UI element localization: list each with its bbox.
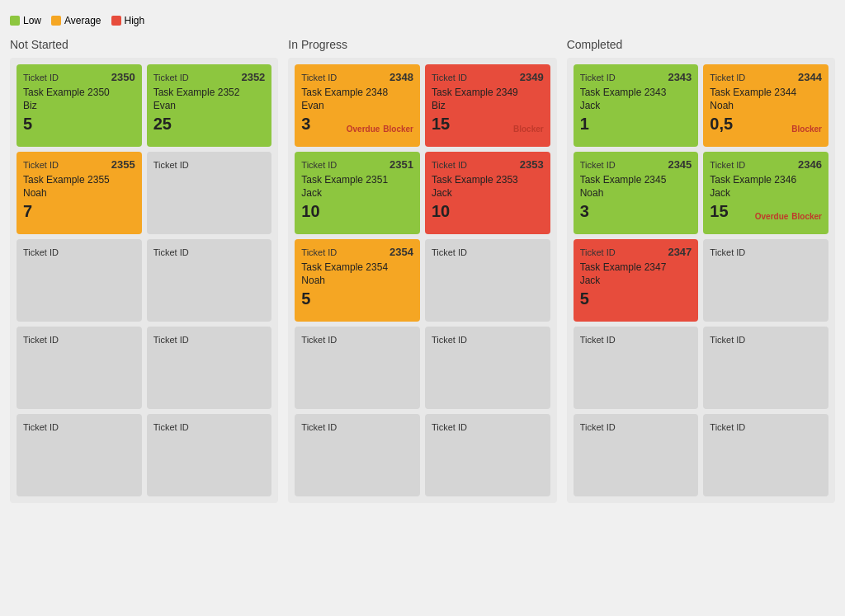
ticket-label: Ticket ID [301, 247, 337, 257]
card-person: Noah [580, 187, 692, 199]
ticket-card[interactable]: Ticket ID [425, 327, 550, 409]
card-task: Task Example 2348 [301, 87, 413, 98]
ticket-card[interactable]: Ticket ID [425, 239, 550, 322]
card-person: Noah [301, 275, 413, 286]
ticket-card[interactable]: Ticket ID [574, 414, 699, 496]
ticket-label: Ticket ID [580, 160, 616, 170]
card-pair: Ticket ID2351Task Example 2351Jack10Tick… [295, 152, 550, 234]
ticket-id-label: Ticket ID [432, 335, 467, 345]
ticket-id: 2349 [520, 71, 544, 83]
ticket-card[interactable]: Ticket ID2355Task Example 2355Noah7 [17, 152, 142, 234]
ticket-id: 2346 [798, 158, 822, 171]
ticket-card[interactable]: Ticket ID [703, 414, 828, 496]
card-bottom-row: 10 [301, 202, 413, 221]
column-in-progress: In ProgressTicket ID2348Task Example 234… [288, 38, 556, 503]
ticket-card[interactable]: Ticket ID2344Task Example 2344Noah0,5Blo… [703, 64, 828, 147]
card-bottom-row: 5 [23, 115, 135, 134]
ticket-card[interactable]: Ticket ID [17, 239, 142, 322]
ticket-card[interactable]: Ticket ID2345Task Example 2345Noah3 [574, 152, 699, 234]
card-pair: Ticket IDTicket ID [295, 414, 550, 496]
card-number: 15 [432, 115, 450, 134]
ticket-card[interactable]: Ticket ID [147, 414, 272, 496]
ticket-card[interactable]: Ticket ID2347Task Example 2347Jack5 [574, 239, 699, 322]
ticket-row: Ticket ID2348 [301, 71, 413, 83]
card-person: Biz [432, 100, 544, 111]
card-pair: Ticket IDTicket ID [17, 327, 271, 409]
ticket-label: Ticket ID [580, 73, 616, 82]
card-tags: OverdueBlocker [347, 125, 413, 134]
ticket-card[interactable]: Ticket ID [17, 414, 142, 496]
card-number: 10 [301, 202, 319, 221]
card-task: Task Example 2345 [580, 174, 692, 186]
ticket-id: 2351 [389, 158, 413, 171]
ticket-label: Ticket ID [23, 160, 59, 170]
ticket-card[interactable]: Ticket ID [295, 414, 420, 496]
ticket-card[interactable]: Ticket ID2350Task Example 2350Biz5 [17, 64, 142, 147]
column-not-started: Not StartedTicket ID2350Task Example 235… [10, 38, 278, 503]
ticket-row: Ticket ID2343 [580, 71, 692, 83]
card-pair: Ticket ID2350Task Example 2350Biz5Ticket… [17, 64, 271, 147]
column-inner: Ticket ID2348Task Example 2348Evan3Overd… [288, 58, 556, 503]
ticket-card[interactable]: Ticket ID [703, 239, 828, 322]
ticket-id-label: Ticket ID [153, 422, 189, 432]
ticket-row: Ticket ID2349 [432, 71, 544, 83]
card-pair: Ticket ID2343Task Example 2343Jack1Ticke… [574, 64, 828, 147]
ticket-card[interactable]: Ticket ID2351Task Example 2351Jack10 [295, 152, 420, 234]
ticket-id-label: Ticket ID [153, 335, 189, 345]
card-task: Task Example 2344 [710, 87, 822, 98]
ticket-id: 2343 [668, 71, 692, 83]
card-number: 25 [153, 115, 172, 134]
ticket-label: Ticket ID [301, 73, 337, 82]
ticket-card[interactable]: Ticket ID [147, 152, 272, 234]
ticket-id: 2347 [668, 246, 692, 258]
ticket-row: Ticket ID2350 [23, 71, 135, 83]
ticket-card[interactable]: Ticket ID2348Task Example 2348Evan3Overd… [295, 64, 420, 147]
overdue-tag: Overdue [755, 212, 789, 221]
ticket-card[interactable]: Ticket ID [574, 327, 699, 409]
card-pair: Ticket ID2354Task Example 2354Noah5Ticke… [295, 239, 550, 322]
column-title: In Progress [288, 38, 556, 51]
card-task: Task Example 2346 [710, 174, 822, 186]
card-task: Task Example 2351 [301, 174, 413, 186]
card-pair: Ticket IDTicket ID [295, 327, 550, 409]
card-number: 3 [580, 202, 589, 221]
ticket-card[interactable]: Ticket ID [425, 414, 550, 496]
ticket-id: 2345 [668, 158, 692, 171]
card-tags: OverdueBlocker [755, 212, 822, 221]
card-bottom-row: 3 [580, 202, 692, 221]
column-inner: Ticket ID2343Task Example 2343Jack1Ticke… [567, 58, 835, 503]
card-bottom-row: 5 [301, 289, 413, 308]
ticket-card[interactable]: Ticket ID [147, 239, 272, 322]
ticket-card[interactable]: Ticket ID2352Task Example 2352Evan25 [147, 64, 272, 147]
ticket-card[interactable]: Ticket ID [147, 327, 272, 409]
card-person: Jack [580, 100, 692, 111]
card-person: Biz [23, 100, 135, 111]
card-pair: Ticket ID2347Task Example 2347Jack5Ticke… [574, 239, 828, 322]
ticket-card[interactable]: Ticket ID2353Task Example 2353Jack10 [425, 152, 550, 234]
ticket-id-label: Ticket ID [710, 247, 745, 257]
ticket-id-label: Ticket ID [23, 335, 59, 345]
ticket-card[interactable]: Ticket ID2343Task Example 2343Jack1 [574, 64, 699, 147]
column-inner: Ticket ID2350Task Example 2350Biz5Ticket… [10, 58, 278, 503]
card-person: Jack [580, 275, 692, 286]
ticket-card[interactable]: Ticket ID [17, 327, 142, 409]
card-person: Jack [710, 187, 822, 199]
ticket-row: Ticket ID2355 [23, 158, 135, 171]
ticket-id-label: Ticket ID [153, 160, 189, 170]
ticket-row: Ticket ID2346 [710, 158, 822, 171]
ticket-label: Ticket ID [580, 247, 616, 257]
card-pair: Ticket IDTicket ID [17, 239, 271, 322]
card-pair: Ticket IDTicket ID [17, 414, 271, 496]
ticket-card[interactable]: Ticket ID [703, 327, 828, 409]
legend: LowAverageHigh [10, 15, 835, 26]
ticket-id: 2352 [241, 71, 265, 83]
ticket-card[interactable]: Ticket ID2349Task Example 2349Biz15Block… [425, 64, 550, 147]
card-task: Task Example 2355 [23, 174, 135, 186]
ticket-card[interactable]: Ticket ID [295, 327, 420, 409]
card-number: 5 [301, 289, 310, 308]
ticket-card[interactable]: Ticket ID2346Task Example 2346Jack15Over… [703, 152, 828, 234]
card-task: Task Example 2352 [153, 87, 266, 98]
ticket-label: Ticket ID [432, 73, 467, 82]
card-pair: Ticket ID2348Task Example 2348Evan3Overd… [295, 64, 550, 147]
ticket-card[interactable]: Ticket ID2354Task Example 2354Noah5 [295, 239, 420, 322]
